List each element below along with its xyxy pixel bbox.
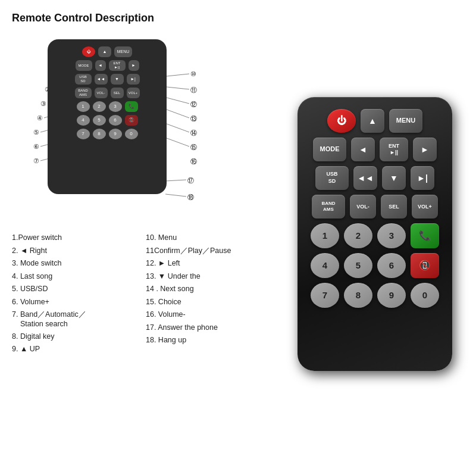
diag-call: 📞 [125, 101, 138, 112]
desc-6: 6. Volume+ [12, 297, 140, 308]
remote-diagram: ⏻ ▲ MENU MODE ◄ ENT►|| ► USBSD ◄◄ ▼ ►| [48, 39, 167, 194]
remote-row-2: MODE ◄ ENT►|| ► [311, 138, 439, 161]
remote-row-6: 4 5 6 📵 [311, 253, 439, 278]
diag-down: ▼ [111, 74, 124, 85]
remote-2[interactable]: 2 [344, 223, 372, 248]
remote-row-5: 1 2 3 📞 [311, 223, 439, 248]
remote-down[interactable]: ▼ [382, 166, 406, 190]
desc-18: 18. Hang up [146, 335, 274, 346]
diagram-row-1: ⏻ ▲ MENU [55, 46, 159, 57]
desc-7: 7. Band／Automatic／ Station search [12, 310, 140, 329]
diag-0: 0 [125, 129, 138, 139]
remote-left-arrow[interactable]: ◄ [351, 138, 375, 161]
remote-call[interactable]: 📞 [411, 223, 439, 248]
diag-8: 8 [93, 129, 106, 139]
diag-volminus: VOL- [95, 88, 108, 98]
remote-0[interactable]: 0 [411, 283, 439, 308]
remote-9[interactable]: 9 [377, 283, 406, 308]
remote-7[interactable]: 7 [311, 283, 339, 308]
callout-4: ④ [37, 114, 43, 122]
diag-1: 1 [77, 101, 90, 112]
desc-17: 17. Answer the phone [146, 323, 274, 333]
diag-9: 9 [109, 129, 122, 139]
diag-menu: MENU [114, 46, 132, 57]
diag-band: BANDAMS [75, 88, 92, 98]
remote-volminus[interactable]: VOL- [350, 195, 376, 219]
diagram-row-7: 7 8 9 0 [55, 129, 159, 139]
remote-band[interactable]: BANDAMS [312, 195, 345, 219]
callout-18: ⑱ [187, 193, 194, 202]
desc-10: 10. Menu [146, 233, 274, 244]
remote-6[interactable]: 6 [377, 253, 406, 278]
remote-ent[interactable]: ENT►|| [380, 138, 408, 161]
remote-mode[interactable]: MODE [313, 138, 346, 161]
remote-3d: ⏻ ▲ MENU MODE ◄ ENT►|| ► USBSD ◄◄ ▼ ►| B… [298, 97, 452, 371]
svg-line-1 [167, 74, 189, 76]
diag-5: 5 [93, 115, 106, 126]
remote-5[interactable]: 5 [344, 253, 372, 278]
diag-sel: SEL [111, 88, 124, 98]
diagram-row-5: 1 2 3 📞 [55, 101, 159, 112]
remote-sel[interactable]: SEL [381, 195, 407, 219]
remote-power[interactable]: ⏻ [327, 109, 356, 133]
remote-menu[interactable]: MENU [389, 109, 422, 133]
diag-7: 7 [77, 129, 90, 139]
desc-5: 5. USB/SD [12, 284, 140, 295]
desc-3: 3. Mode switch [12, 258, 140, 269]
callout-12: ⑫ [190, 100, 197, 109]
remote-usbsd[interactable]: USBSD [315, 166, 349, 190]
diag-power: ⏻ [82, 46, 95, 57]
desc-14: 14 . Next song [146, 284, 274, 295]
desc-col-right: 10. Menu 11Confirm／Play／Pause 12. ► Left… [146, 233, 280, 456]
callout-17: ⑰ [187, 176, 194, 185]
diagram-row-2: MODE ◄ ENT►|| ► [55, 60, 159, 71]
remote-1[interactable]: 1 [311, 223, 339, 248]
remote-4[interactable]: 4 [311, 253, 339, 278]
desc-15: 15. Choice [146, 297, 274, 308]
desc-2: 2. ◄ Right [12, 246, 140, 257]
remote-row-7: 7 8 9 0 [311, 283, 439, 308]
remote-next[interactable]: ►| [411, 166, 434, 190]
diagram-row-6: 4 5 6 📵 [55, 115, 159, 126]
desc-9: 9. ▲ UP [12, 344, 140, 355]
diagram-area: ① ② ③ ④ ⑤ ⑥ ⑦ ⑧ ⑨ ⑩ ⑪ ⑫ ⑬ ⑭ ⑮ ⑯ ⑰ ⑱ [12, 33, 214, 224]
remote-volplus[interactable]: VOL+ [412, 195, 438, 219]
diag-end: 📵 [125, 115, 138, 126]
diag-6: 6 [109, 115, 122, 126]
desc-col-left: 1.Power switch 2. ◄ Right 3. Mode switch… [12, 233, 146, 456]
svg-line-8 [165, 194, 186, 196]
callout-6: ⑥ [33, 143, 39, 151]
description-section: 1.Power switch 2. ◄ Right 3. Mode switch… [12, 233, 280, 456]
desc-11: 11Confirm／Play／Pause [146, 246, 274, 257]
desc-12: 12. ► Left [146, 258, 274, 269]
callout-10: ⑩ [190, 70, 196, 78]
remote-row-1: ⏻ ▲ MENU [311, 109, 439, 133]
svg-line-7 [165, 180, 186, 181]
page-title: Remote Control Description [12, 12, 280, 24]
callout-11: ⑪ [190, 86, 197, 95]
remote-prev[interactable]: ◄◄ [353, 166, 377, 190]
desc-13: 13. ▼ Under the [146, 272, 274, 282]
remote-8[interactable]: 8 [344, 283, 372, 308]
callout-3: ③ [40, 100, 46, 108]
callout-16: ⑯ [190, 157, 197, 166]
svg-line-6 [167, 138, 189, 146]
remote-end[interactable]: 📵 [411, 253, 439, 278]
diag-next: ►| [127, 74, 140, 85]
diag-ent: ENT►|| [109, 60, 126, 71]
diag-left: ◄ [95, 60, 106, 71]
diagram-row-4: BANDAMS VOL- SEL VOL+ [55, 88, 159, 98]
remote-3[interactable]: 3 [377, 223, 406, 248]
remote-right-arrow[interactable]: ► [413, 138, 437, 161]
diag-mode: MODE [76, 60, 92, 71]
callout-7: ⑦ [33, 157, 39, 165]
desc-16: 16. Volume- [146, 310, 274, 320]
desc-1: 1.Power switch [12, 233, 140, 244]
diag-up: ▲ [98, 46, 111, 57]
svg-line-3 [167, 98, 189, 104]
diag-usbsd: USBSD [75, 74, 92, 85]
diag-volplus: VOL+ [127, 88, 140, 98]
main-container: Remote Control Description ① ② ③ ④ ⑤ ⑥ ⑦… [0, 0, 476, 468]
remote-up[interactable]: ▲ [361, 109, 384, 133]
svg-line-2 [167, 87, 189, 89]
